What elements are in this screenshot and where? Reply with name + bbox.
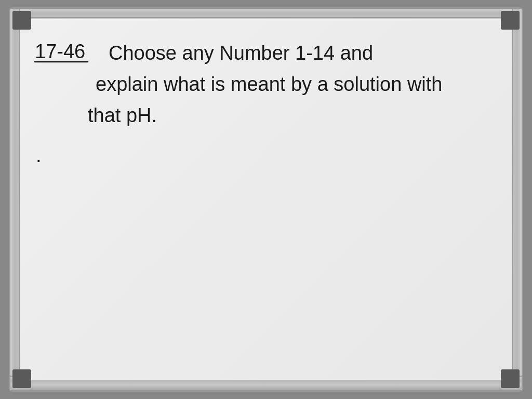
whiteboard-surface: 17-46 Choose any Number 1-14 and explain…	[20, 19, 512, 380]
handwritten-text-svg: 17-46 Choose any Number 1-14 and explain…	[20, 19, 512, 380]
svg-text:explain  what  is  meant  by  : explain what is meant by a solution with	[96, 73, 442, 95]
top-rail	[10, 9, 522, 18]
corner-bottom-left	[12, 369, 31, 388]
svg-text:17-46: 17-46	[35, 41, 85, 62]
svg-text:that pH.: that pH.	[88, 104, 157, 126]
whiteboard-content: 17-46 Choose any Number 1-14 and explain…	[20, 19, 512, 380]
left-rail	[10, 9, 20, 390]
svg-text:Choose any Number 1-14 and: Choose any Number 1-14 and	[109, 42, 373, 64]
corner-top-right	[501, 11, 520, 30]
whiteboard-frame: 17-46 Choose any Number 1-14 and explain…	[9, 7, 523, 392]
right-rail	[512, 9, 522, 390]
corner-top-left	[12, 11, 31, 30]
corner-bottom-right	[501, 369, 520, 388]
svg-text:.: .	[36, 144, 42, 166]
